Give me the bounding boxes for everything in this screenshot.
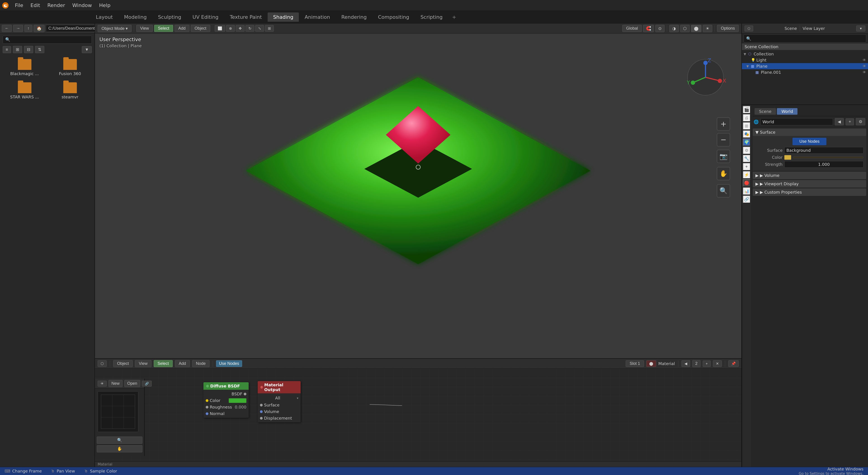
node-row-all[interactable]: All ▾	[258, 394, 301, 402]
node-number-button[interactable]: 2	[692, 360, 701, 367]
volume-header[interactable]: ▶ ▶ Volume	[753, 172, 866, 179]
use-nodes-toggle[interactable]: Use Nodes	[793, 138, 826, 145]
world-props-icon[interactable]: 🌍	[743, 139, 750, 146]
list-item[interactable]: Fusion 360	[48, 57, 92, 78]
path-input[interactable]	[46, 25, 103, 32]
list-item[interactable]: Blackmagic ...	[3, 57, 46, 78]
visibility-icon[interactable]: 👁	[863, 64, 866, 68]
tab-world[interactable]: World	[777, 108, 798, 115]
tree-item-collection[interactable]: ▼ ⬡ Collection	[742, 51, 868, 57]
wireframe-button[interactable]: ⬡	[680, 25, 690, 32]
object-mode-dropdown[interactable]: Object Mode ▾	[98, 25, 131, 32]
tab-scene[interactable]: Scene	[754, 108, 776, 115]
tab-compositing[interactable]: Compositing	[373, 12, 414, 22]
select-box-icon[interactable]: ⬜	[215, 25, 225, 32]
global-transform-button[interactable]: Global	[622, 25, 642, 32]
node-open-button[interactable]: Open	[124, 380, 140, 387]
view-menu-button[interactable]: View	[136, 25, 153, 32]
node-row-color[interactable]: Color	[204, 397, 249, 404]
render-props-icon[interactable]: 🎬	[743, 106, 750, 114]
snap-nodes-button[interactable]: 🔗	[142, 381, 152, 387]
scene-props-icon[interactable]: 🎭	[743, 130, 750, 138]
node-row-roughness[interactable]: Roughness 0.000	[204, 404, 249, 410]
move-icon[interactable]: ✥	[236, 25, 245, 32]
nav-up-button[interactable]: ↑	[24, 25, 32, 32]
nav-back-button[interactable]: ←	[2, 25, 12, 32]
options-button[interactable]: Options	[717, 25, 739, 32]
view-grid-button[interactable]: ⊞	[13, 46, 22, 53]
material-preview-button[interactable]: ⬤	[691, 25, 702, 32]
visibility-icon[interactable]: 👁	[863, 70, 866, 75]
rotate-icon[interactable]: ↻	[246, 25, 254, 32]
object-props-icon[interactable]: ⚙	[743, 147, 750, 154]
physics-props-icon[interactable]: ⚡	[743, 171, 750, 179]
node-row-volume[interactable]: Volume	[258, 408, 301, 415]
material-props-icon[interactable]: 🔴	[743, 179, 750, 187]
cursor-icon[interactable]: ⊕	[226, 25, 235, 32]
node-object-button[interactable]: Object	[113, 360, 133, 367]
filter-button[interactable]: ▼	[82, 46, 92, 53]
material-output-node[interactable]: Material Output All ▾ Surface	[258, 381, 301, 422]
diffuse-bsdf-node[interactable]: Diffuse BSDF BSDF Color	[204, 382, 249, 418]
add-menu-button[interactable]: Add	[175, 25, 189, 32]
object-data-props-icon[interactable]: 📊	[743, 187, 750, 195]
menu-file[interactable]: File	[12, 2, 26, 9]
tab-animation[interactable]: Animation	[299, 12, 336, 22]
constraints-props-icon[interactable]: 🔗	[743, 196, 750, 203]
node-new-material-button[interactable]: New	[108, 380, 123, 387]
tab-shading[interactable]: Shading	[268, 12, 299, 22]
node-editor-canvas[interactable]: 👁 New Open 🔗	[95, 369, 741, 462]
zoom-fit-button[interactable]: 🔍	[97, 437, 143, 444]
node-row-surface[interactable]: Surface	[258, 402, 301, 408]
view-small-button[interactable]: 👁	[98, 381, 107, 387]
world-field[interactable]: World	[761, 118, 833, 125]
hand-tool-button[interactable]: ✋	[97, 445, 143, 452]
modifier-props-icon[interactable]: 🔧	[743, 155, 750, 162]
tab-modeling[interactable]: Modeling	[119, 12, 152, 22]
material-type-button[interactable]: ⬤	[646, 360, 656, 367]
strength-field[interactable]: 1.000	[784, 161, 864, 168]
sort-button[interactable]: ⇅	[35, 46, 44, 53]
transform-icon[interactable]: ⊞	[265, 25, 274, 32]
world-add-button[interactable]: +	[846, 118, 854, 125]
nav-home-button[interactable]: 🏠	[34, 25, 44, 32]
output-props-icon[interactable]: 🖨	[743, 114, 750, 122]
node-node-button[interactable]: Node	[192, 360, 210, 367]
viewport-display-header[interactable]: ▶ ▶ Viewport Display	[753, 180, 866, 187]
slot-selector[interactable]: Slot 1	[626, 360, 644, 367]
particle-props-icon[interactable]: ✦	[743, 163, 750, 171]
custom-properties-header[interactable]: ▶ ▶ Custom Properties	[753, 188, 866, 196]
solid-shading-button[interactable]: ◑	[669, 25, 679, 32]
object-menu-button[interactable]: Object	[191, 25, 210, 32]
list-item[interactable]: steamvr	[48, 80, 92, 101]
outliner-type-icon[interactable]: ⬡	[745, 26, 753, 31]
view-layer-props-icon[interactable]: ⊞	[743, 122, 750, 130]
tab-rendering[interactable]: Rendering	[336, 12, 372, 22]
tab-texture-paint[interactable]: Texture Paint	[224, 12, 267, 22]
menu-edit[interactable]: Edit	[27, 2, 43, 9]
select-menu-button[interactable]: Select	[154, 25, 173, 32]
color-swatch[interactable]	[229, 398, 246, 403]
node-row-displacement[interactable]: Displacement	[258, 415, 301, 421]
surface-type-field[interactable]: Background	[784, 147, 864, 154]
list-item[interactable]: STAR WARS ...	[3, 80, 46, 101]
surface-header[interactable]: ▼ Surface	[753, 128, 866, 136]
snap-button[interactable]: 🧲	[643, 25, 654, 32]
outliner-filter-button[interactable]: ▼	[856, 26, 865, 31]
node-pin-button[interactable]: 📌	[728, 360, 739, 367]
menu-render[interactable]: Render	[44, 2, 68, 9]
view-medium-button[interactable]: ⊟	[24, 46, 33, 53]
scale-icon[interactable]: ⤡	[255, 25, 264, 32]
view-list-button[interactable]: ≡	[3, 46, 11, 53]
menu-help[interactable]: Help	[96, 2, 114, 9]
tab-sculpting[interactable]: Sculpting	[153, 12, 187, 22]
menu-window[interactable]: Window	[69, 2, 95, 9]
outliner-search-input[interactable]	[753, 36, 864, 41]
proportional-edit-button[interactable]: ⊙	[655, 25, 664, 32]
tab-uv-editing[interactable]: UV Editing	[187, 12, 224, 22]
node-new-button[interactable]: +	[703, 360, 711, 367]
tree-item-plane-001[interactable]: ▦ Plane.001 👁	[742, 69, 868, 75]
world-settings-button[interactable]: ⚙	[856, 118, 865, 125]
color-dot[interactable]	[784, 155, 791, 160]
nav-forward-button[interactable]: →	[13, 25, 23, 32]
